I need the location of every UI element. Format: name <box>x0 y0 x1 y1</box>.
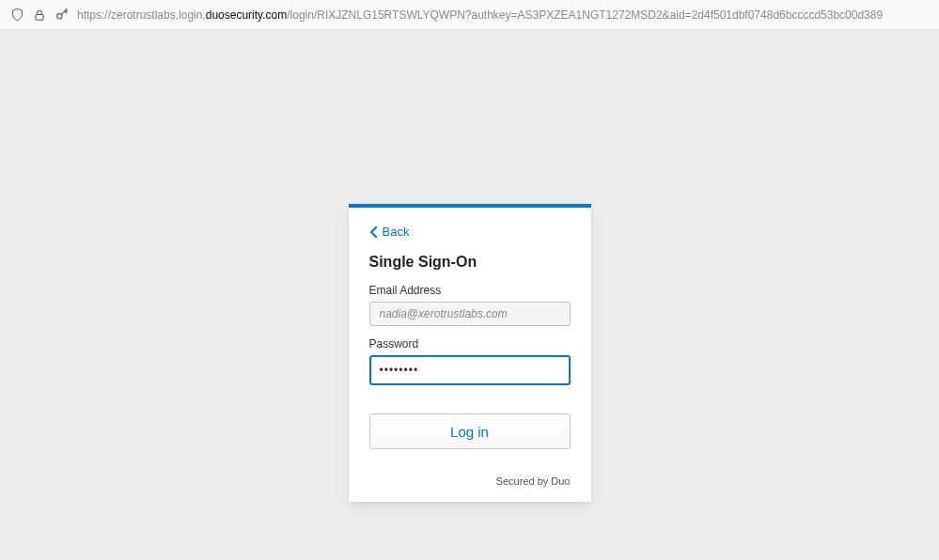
page-title: Single Sign-On <box>369 254 571 271</box>
password-field[interactable] <box>369 355 571 385</box>
browser-address-bar: https://zerotrustlabs.login.duosecurity.… <box>0 0 939 30</box>
key-icon[interactable] <box>55 8 70 23</box>
chevron-left-icon <box>369 226 379 238</box>
svg-rect-0 <box>36 14 43 20</box>
password-label: Password <box>369 337 571 350</box>
email-label: Email Address <box>369 284 571 297</box>
svg-point-1 <box>57 13 62 18</box>
email-field-group: Email Address <box>369 284 571 326</box>
back-button[interactable]: Back <box>369 225 571 239</box>
password-field-group: Password <box>369 337 571 385</box>
url-suffix: /login/RIXJZNLG15RTSWLYQWPN?authkey=AS3P… <box>287 8 883 22</box>
login-card: Back Single Sign-On Email Address Passwo… <box>349 204 591 502</box>
back-label: Back <box>383 225 410 239</box>
url-display[interactable]: https://zerotrustlabs.login.duosecurity.… <box>77 8 930 22</box>
url-prefix: https://zerotrustlabs.login. <box>77 8 206 22</box>
email-field[interactable] <box>369 302 571 326</box>
lock-icon[interactable] <box>32 8 47 23</box>
login-button[interactable]: Log in <box>369 413 571 449</box>
shield-icon[interactable] <box>9 8 24 23</box>
url-domain: duosecurity.com <box>206 8 287 22</box>
secured-by-text: Secured by Duo <box>369 475 571 487</box>
page-background: Back Single Sign-On Email Address Passwo… <box>0 30 939 560</box>
